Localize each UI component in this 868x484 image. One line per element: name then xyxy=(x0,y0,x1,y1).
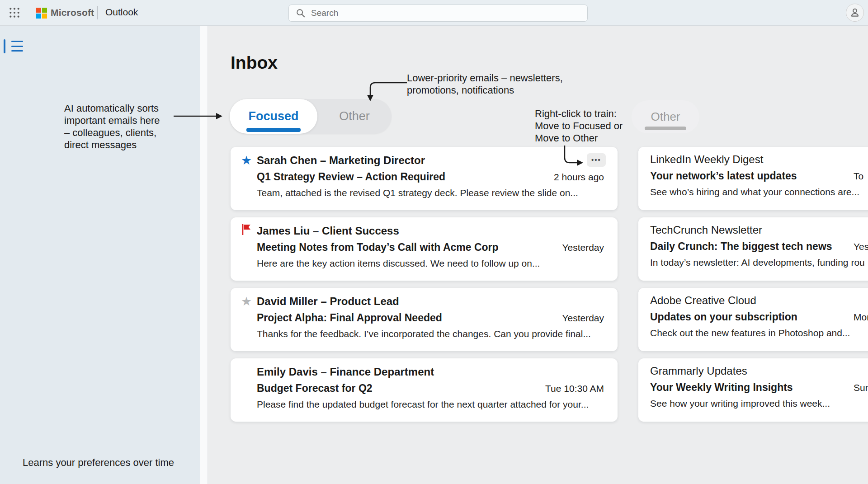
email-card-adobe[interactable]: Adobe Creative Cloud Updates on your sub… xyxy=(638,288,868,351)
main-content: Inbox Lower-priority emails – newsletter… xyxy=(200,26,868,484)
sidebar: AI automatically sorts important emails … xyxy=(0,26,200,484)
email-sender: David Miller – Product Lead xyxy=(257,295,399,308)
app-name: Outlook xyxy=(105,7,138,18)
email-sender: James Liu – Client Success xyxy=(257,225,399,237)
pane-divider xyxy=(200,26,208,484)
annotation-line: Lower-priority emails – newsletters, xyxy=(407,72,563,84)
annotation-line: important emails here xyxy=(64,114,160,127)
email-card-james-liu[interactable]: James Liu – Client Success Meeting Notes… xyxy=(231,217,618,281)
topbar-divider xyxy=(97,6,98,19)
tab-other-label: Other xyxy=(339,109,370,123)
email-sender: Sarah Chen – Marketing Director xyxy=(257,154,425,167)
topbar: Microsoft Outlook xyxy=(0,0,868,26)
hamburger-menu-icon[interactable] xyxy=(11,41,23,52)
annotation-line: Move to Other xyxy=(535,132,623,144)
email-time: To xyxy=(854,171,863,182)
email-card-grammarly[interactable]: Grammarly Updates Your Weekly Writing In… xyxy=(638,358,868,422)
person-icon xyxy=(849,7,861,19)
email-time: Yest xyxy=(854,241,868,252)
page-title: Inbox xyxy=(231,53,278,73)
star-filled-icon[interactable]: ★ xyxy=(240,153,253,168)
search-box[interactable] xyxy=(288,5,588,22)
email-card-sarah-chen[interactable]: ★ Sarah Chen – Marketing Director Q1 Str… xyxy=(231,147,618,210)
more-options-button[interactable]: ••• xyxy=(587,153,606,167)
tab-focused[interactable]: Focused xyxy=(230,99,317,134)
tab-other-right-pane[interactable]: Other xyxy=(632,100,699,133)
annotation-ai-sorts: AI automatically sorts important emails … xyxy=(64,102,160,151)
email-subject: Meeting Notes from Today’s Call with Acm… xyxy=(257,241,499,254)
microsoft-logo-icon xyxy=(36,8,47,19)
other-tab-underline xyxy=(645,127,686,130)
app-launcher-icon[interactable] xyxy=(7,6,22,20)
email-subject: Your Weekly Writing Insights xyxy=(650,381,793,394)
email-sender: Adobe Creative Cloud xyxy=(650,294,756,307)
email-subject: Updates on your subscription xyxy=(650,311,797,323)
tab-focused-label: Focused xyxy=(248,109,298,123)
email-card-techcrunch[interactable]: TechCrunch Newsletter Daily Crunch: The … xyxy=(638,217,868,281)
inbox-tab-group: Focused Other xyxy=(230,99,392,134)
email-preview: Here are the key action items discussed.… xyxy=(257,258,540,269)
email-time: Mon xyxy=(854,312,868,323)
annotation-lower-priority: Lower-priority emails – newsletters, pro… xyxy=(407,72,563,96)
email-preview: See who’s hiring and what your connectio… xyxy=(650,187,859,197)
email-preview: In today’s newsletter: AI developments, … xyxy=(650,257,865,268)
annotation-right-click-train: Right-click to train: Move to Focused or… xyxy=(535,108,623,144)
email-subject: Budget Forecast for Q2 xyxy=(257,382,373,395)
search-icon xyxy=(296,8,306,18)
email-subject: Daily Crunch: The biggest tech news xyxy=(650,240,832,253)
email-time: Sun xyxy=(854,382,868,393)
annotation-line: Right-click to train: xyxy=(535,108,623,120)
annotation-line: direct messages xyxy=(64,139,160,151)
tab-other[interactable]: Other xyxy=(317,99,392,134)
annotation-line: Move to Focused or xyxy=(535,120,623,132)
email-card-emily-davis[interactable]: Emily Davis – Finance Department Budget … xyxy=(231,358,618,422)
email-preview: Please find the updated budget forecast … xyxy=(257,399,589,410)
email-preview: Thanks for the feedback. I’ve incorporat… xyxy=(257,329,591,339)
waffle-grid-icon xyxy=(9,7,20,19)
email-sender: LinkedIn Weekly Digest xyxy=(650,153,763,166)
email-card-linkedin[interactable]: LinkedIn Weekly Digest Your network’s la… xyxy=(638,147,868,210)
email-preview: Team, attached is the revised Q1 strateg… xyxy=(257,188,578,198)
account-button[interactable] xyxy=(846,4,864,22)
email-sender: Grammarly Updates xyxy=(650,365,747,377)
email-subject: Your network’s latest updates xyxy=(650,170,797,182)
email-time: 2 hours ago xyxy=(554,172,604,183)
annotation-line: – colleagues, clients, xyxy=(64,127,160,139)
annotation-line: promotions, notifications xyxy=(407,84,563,96)
email-time: Yesterday xyxy=(562,242,604,253)
star-gray-icon[interactable]: ★ xyxy=(240,294,253,309)
email-time: Yesterday xyxy=(562,313,604,324)
email-subject: Q1 Strategy Review – Action Required xyxy=(257,171,445,183)
flag-icon[interactable] xyxy=(240,224,253,238)
nav-accent-bar xyxy=(4,39,5,53)
search-input[interactable] xyxy=(311,8,587,18)
annotation-learns-preferences: Learns your preferences over time xyxy=(23,456,174,469)
email-sender: Emily Davis – Finance Department xyxy=(257,366,434,378)
email-time: Tue 10:30 AM xyxy=(545,383,604,394)
email-sender: TechCrunch Newsletter xyxy=(650,224,762,236)
email-subject: Project Alpha: Final Approval Needed xyxy=(257,312,442,324)
email-preview: Check out the new features in Photoshop … xyxy=(650,328,850,338)
tab-other-right-label: Other xyxy=(651,110,680,123)
brand-name: Microsoft xyxy=(51,7,94,18)
annotation-line: AI automatically sorts xyxy=(64,102,160,114)
email-card-david-miller[interactable]: ★ David Miller – Product Lead Project Al… xyxy=(231,288,618,351)
focused-tab-underline xyxy=(246,128,301,132)
email-preview: See how your writing improved this week.… xyxy=(650,398,830,409)
